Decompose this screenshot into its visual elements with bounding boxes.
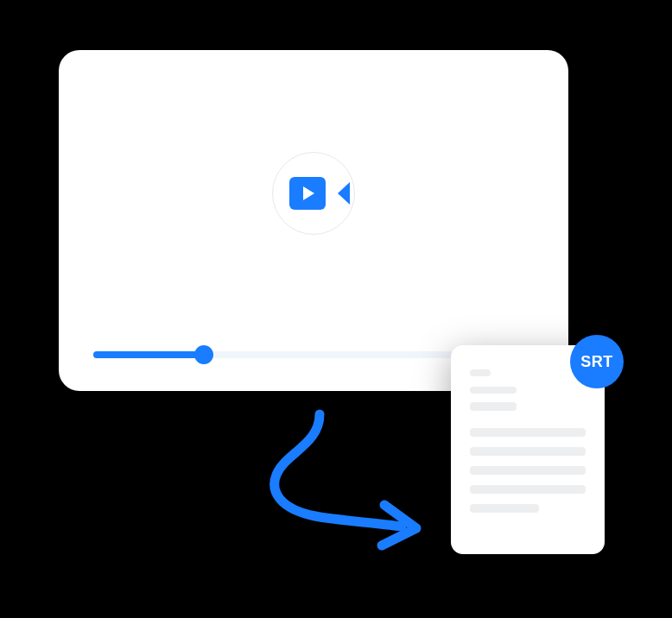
progress-fill [93,351,204,358]
curved-arrow-icon [233,406,432,552]
doc-text-line [470,466,586,475]
progress-thumb[interactable] [194,345,213,364]
video-camera-play-icon [289,177,338,210]
doc-text-line [470,387,517,394]
doc-text-line [470,485,586,494]
badge-label: SRT [580,353,613,371]
doc-text-line [470,504,539,513]
subtitle-document-card: SRT [451,345,605,554]
doc-text-line [470,428,586,437]
play-button[interactable] [272,152,355,235]
doc-text-line [470,402,517,411]
srt-badge: SRT [570,335,624,388]
video-player-card [59,50,568,391]
doc-text-line [470,369,491,376]
doc-text-line [470,447,586,456]
